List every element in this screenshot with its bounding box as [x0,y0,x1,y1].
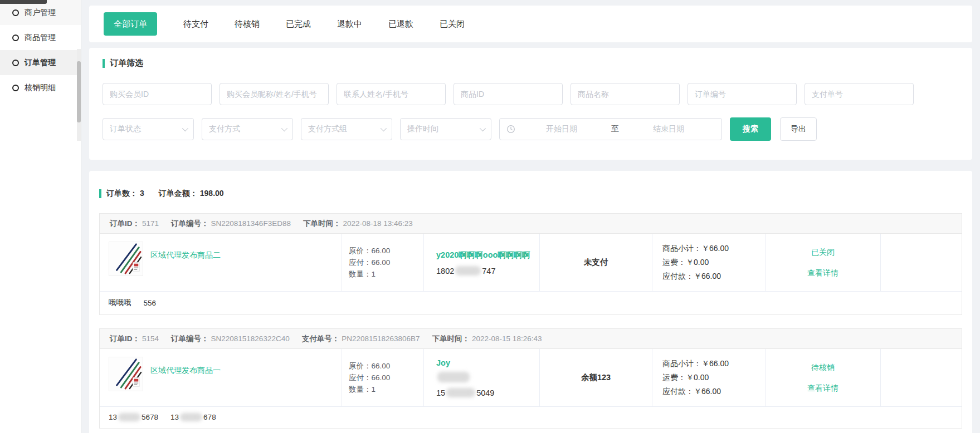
payable-price-label: 应付： [349,373,372,382]
phone-suffix: 747 [482,267,495,275]
chevron-down-icon [182,125,188,131]
payable-price: 应付：66.00 [349,257,423,268]
search-button[interactable]: 搜索 [730,117,771,141]
product-name-input[interactable] [571,83,680,105]
original-price: 原价：66.00 [349,245,423,257]
empty-cell [881,234,962,291]
original-price-label: 原价： [349,247,372,255]
buyer-cell: y2020啊啊啊ooo啊啊啊啊 1802747 [424,234,540,291]
order-count: 订单数：3 [106,189,144,199]
order-row-5171: 订单ID： 5171 订单编号： SN2208181346F3ED88 下单时间… [99,213,962,315]
quantity: 数量：1 [349,383,423,395]
order-filter-panel: 订单筛选 订单状态 支付方式 支付方式组 [89,48,972,160]
payment-method-group-select[interactable]: 支付方式组 [301,118,392,140]
scrollbar-thumb[interactable] [77,61,81,122]
payment-method-select[interactable]: 支付方式 [202,118,293,140]
amount-due-value: ￥66.00 [694,272,721,281]
order-status-link-pending-verification[interactable]: 待核销 [811,362,835,373]
buyer-phone: 155049 [436,388,539,397]
totals-cell: 商品小计：￥66.00 运费：￥0.00 应付款：￥66.00 [652,234,766,291]
order-id-label: 订单ID： [110,334,140,344]
product-image[interactable] [109,357,143,391]
buyer-nickname-input[interactable] [220,83,329,105]
sidebar-item-label: 核销明细 [25,83,56,93]
order-status-link-closed[interactable]: 已关闭 [811,247,835,258]
sidebar-item-product-management[interactable]: 商品管理 [0,25,81,50]
order-id-value: 5154 [142,334,159,343]
buyer-name-link[interactable]: y2020啊啊啊ooo啊啊啊啊 [436,250,539,260]
sidebar-item-order-management[interactable]: 订单管理 [0,50,81,75]
phone-suffix: 678 [203,413,216,421]
redacted-phone-middle [455,266,481,275]
sidebar: 商户管理 商品管理 订单管理 核销明细 [0,0,81,433]
order-id-label: 订单ID： [110,219,140,229]
order-sn-value: SN2208151826322C40 [211,334,290,343]
sidebar-item-verification-detail[interactable]: 核销明细 [0,75,81,100]
price-cell: 原价：66.00 应付：66.00 数量：1 [342,349,424,406]
sidebar-item-label: 商品管理 [25,33,56,43]
original-price-label: 原价： [349,362,372,370]
price-cell: 原价：66.00 应付：66.00 数量：1 [342,234,424,291]
sidebar-item-label: 商户管理 [25,8,56,18]
order-count-value: 3 [140,189,144,198]
order-status-tabs: 全部订单 待支付 待核销 已完成 退款中 已退款 已关闭 [89,6,972,42]
tab-refunding[interactable]: 退款中 [337,19,362,29]
order-sn-label: 订单编号： [171,219,209,229]
phone-suffix: 5049 [476,388,494,397]
order-body-row: 区域代理发布商品一 原价：66.00 应付：66.00 数量：1 Joy 155… [100,349,962,407]
redacted-phone-middle [446,388,475,397]
section-accent-bar [103,59,105,68]
empty-cell [881,349,962,406]
tab-refunded[interactable]: 已退款 [388,19,413,29]
order-sn-input[interactable] [688,83,797,105]
export-button[interactable]: 导出 [780,117,817,141]
product-cell: 区域代理发布商品一 [100,349,342,406]
orders-list-panel: 订单数：3 订单金额：198.00 订单ID： 5171 订单编号： SN220… [89,171,972,433]
contact-name-phone-input[interactable] [337,83,446,105]
redacted-phone-middle [118,413,140,421]
circle-bullet-icon [12,9,19,16]
payable-price-value: 66.00 [372,258,391,267]
shipping: 运费：￥0.00 [662,371,765,385]
view-details-link[interactable]: 查看详情 [807,268,838,278]
order-status-select[interactable]: 订单状态 [103,118,194,140]
clock-icon [506,125,515,134]
product-image[interactable] [109,242,143,276]
buyer-member-id-input[interactable] [103,83,212,105]
select-placeholder: 支付方式 [209,124,281,134]
tab-pending-payment[interactable]: 待支付 [183,19,208,29]
product-name-link[interactable]: 区域代理发布商品二 [150,250,221,260]
order-footer-note: 哦哦哦 556 [100,292,962,314]
payment-status-cell: 余额123 [540,349,652,406]
payment-sn-input[interactable] [805,83,914,105]
start-date-placeholder[interactable]: 开始日期 [515,124,608,134]
operation-time-select[interactable]: 操作时间 [400,118,491,140]
subtotal: 商品小计：￥66.00 [662,242,765,255]
date-range-picker[interactable]: 开始日期 至 结束日期 [499,118,722,140]
tab-closed[interactable]: 已关闭 [440,19,465,29]
view-details-link[interactable]: 查看详情 [807,383,838,393]
date-range-separator: 至 [608,124,622,134]
order-time-label: 下单时间： [432,334,470,344]
end-date-placeholder[interactable]: 结束日期 [622,124,715,134]
payable-price-value: 66.00 [372,373,391,382]
product-cell: 区域代理发布商品二 [100,234,342,291]
redacted-buyer-line [437,372,470,382]
subtotal-label: 商品小计： [662,244,701,253]
filter-title-text: 订单筛选 [110,58,143,68]
product-id-input[interactable] [454,83,563,105]
quantity: 数量：1 [349,268,423,280]
quantity-label: 数量： [349,270,372,278]
sidebar-scrollbar[interactable] [77,49,81,141]
tab-completed[interactable]: 已完成 [286,19,311,29]
tab-pending-verification[interactable]: 待核销 [235,19,260,29]
product-name-link[interactable]: 区域代理发布商品一 [150,366,221,376]
footer-number: 556 [144,299,157,307]
phone-prefix: 13 [109,413,117,421]
tab-all-orders[interactable]: 全部订单 [104,12,157,36]
phone-suffix: 5678 [142,413,158,421]
order-row-5154: 订单ID： 5154 订单编号： SN2208151826322C40 支付单号… [99,328,962,429]
amount-due-label: 应付款： [662,272,694,281]
buyer-name-link[interactable]: Joy [436,358,539,367]
amount-due: 应付款：￥66.00 [662,385,765,398]
